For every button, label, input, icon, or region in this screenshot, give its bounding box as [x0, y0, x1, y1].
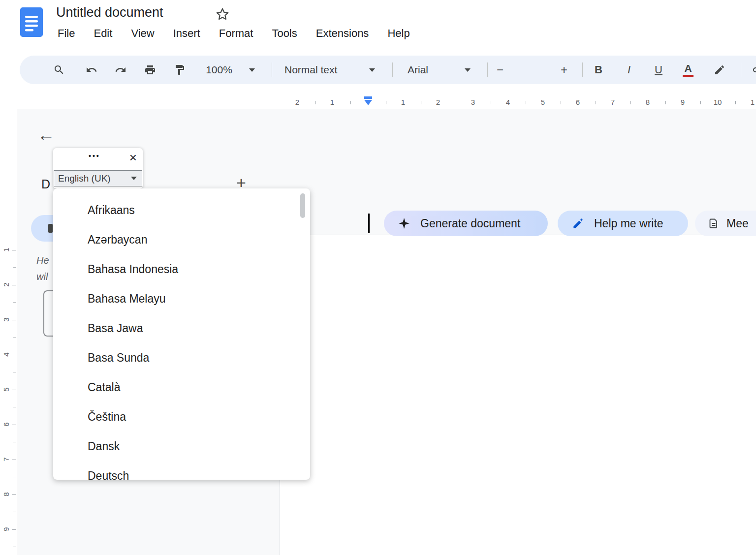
- ruler-tick: [12, 494, 16, 495]
- search-menus-button[interactable]: [49, 56, 69, 84]
- ruler-number: 5: [2, 386, 10, 394]
- language-option[interactable]: Bahasa Indonesia: [53, 254, 310, 284]
- ruler-tick: [350, 101, 351, 104]
- ruler-tick: [13, 302, 16, 303]
- print-icon: [144, 64, 156, 76]
- menu-extensions[interactable]: Extensions: [314, 26, 371, 41]
- redo-button[interactable]: [111, 56, 130, 84]
- zoom-caret[interactable]: [247, 56, 257, 84]
- decrease-font-size-button[interactable]: −: [492, 56, 508, 84]
- close-icon[interactable]: ×: [129, 150, 137, 165]
- menu-bar: FileEditViewInsertFormatToolsExtensionsH…: [56, 26, 412, 41]
- left-indent-marker[interactable]: [364, 100, 372, 105]
- underline-button[interactable]: U: [650, 56, 667, 84]
- more-options-icon[interactable]: •••: [89, 152, 100, 160]
- star-icon[interactable]: [215, 7, 230, 22]
- vertical-ruler[interactable]: 123456789: [0, 109, 17, 555]
- horizontal-ruler[interactable]: 21123456789101: [280, 96, 756, 109]
- ruler-number: 1: [328, 98, 337, 106]
- menu-insert[interactable]: Insert: [171, 26, 202, 41]
- insert-link-button[interactable]: [748, 56, 756, 84]
- language-option[interactable]: Català: [53, 372, 310, 402]
- language-option[interactable]: Afrikaans: [53, 195, 310, 225]
- redo-icon: [115, 64, 126, 76]
- ruler-tick: [12, 425, 16, 425]
- ruler-tick: [12, 529, 16, 530]
- menu-help[interactable]: Help: [385, 26, 411, 41]
- italic-button[interactable]: I: [620, 56, 638, 84]
- font-family-value: Arial: [408, 64, 428, 76]
- language-option[interactable]: Bahasa Melayu: [53, 284, 310, 313]
- toolbar-divider: [487, 62, 488, 77]
- chevron-down-icon: [369, 68, 375, 72]
- partial-chip[interactable]: [31, 215, 54, 242]
- ruler-number: 9: [2, 525, 10, 533]
- language-selector[interactable]: English (UK): [54, 170, 142, 186]
- font-family-select[interactable]: Arial: [405, 56, 459, 84]
- chip-icon-fragment: [48, 224, 53, 233]
- document-page[interactable]: [280, 235, 756, 555]
- language-option[interactable]: Deutsch: [53, 461, 310, 480]
- bold-button[interactable]: B: [590, 56, 607, 84]
- ruler-tick: [315, 101, 315, 104]
- undo-button[interactable]: [82, 56, 101, 84]
- menu-tools[interactable]: Tools: [270, 26, 299, 41]
- paint-format-button[interactable]: [170, 56, 189, 84]
- ruler-number: 6: [2, 421, 10, 429]
- toolbar-divider: [741, 62, 741, 77]
- ruler-number: 10: [713, 98, 722, 106]
- increase-font-size-button[interactable]: +: [556, 56, 572, 84]
- ruler-number: 6: [573, 98, 582, 106]
- language-option[interactable]: Basa Jawa: [53, 313, 310, 343]
- language-dropdown-menu: AfrikaansAzərbaycanBahasa IndonesiaBahas…: [53, 188, 310, 480]
- document-title[interactable]: Untitled document: [56, 5, 163, 20]
- chip-label: Help me write: [594, 217, 663, 230]
- language-option[interactable]: Azərbaycan: [53, 225, 310, 254]
- generate-document-chip[interactable]: Generate document: [384, 211, 548, 236]
- ruler-tick: [13, 512, 16, 512]
- paragraph-style-value: Normal text: [284, 64, 337, 76]
- paragraph-style-caret[interactable]: [367, 56, 377, 84]
- help-me-write-chip[interactable]: Help me write: [558, 211, 688, 236]
- font-family-caret[interactable]: [463, 56, 472, 84]
- text-color-button[interactable]: A: [679, 56, 697, 84]
- first-line-indent-marker[interactable]: [364, 96, 372, 99]
- language-option[interactable]: Dansk: [53, 432, 310, 461]
- ruler-tick: [561, 101, 561, 104]
- bold-label: B: [595, 63, 602, 76]
- ruler-number: 2: [293, 98, 302, 106]
- ruler-tick: [12, 390, 16, 390]
- undo-icon: [86, 64, 97, 76]
- ruler-number: 5: [538, 98, 547, 106]
- ruler-tick: [13, 267, 16, 268]
- highlight-color-button[interactable]: [710, 56, 729, 84]
- print-button[interactable]: [140, 56, 160, 84]
- meeting-notes-chip[interactable]: Mee: [695, 211, 756, 236]
- google-docs-logo-icon[interactable]: [20, 7, 43, 37]
- ruler-tick: [526, 101, 526, 104]
- ruler-number: 7: [608, 98, 617, 106]
- main-toolbar: 100% Normal text Arial − + B I U: [20, 56, 756, 84]
- ruler-number: 3: [2, 316, 10, 324]
- menu-edit[interactable]: Edit: [92, 26, 114, 41]
- menu-format[interactable]: Format: [217, 26, 255, 41]
- spark-icon: [398, 217, 410, 230]
- panel-hint-line-2: wil: [36, 271, 48, 282]
- underline-label: U: [655, 63, 662, 76]
- back-button[interactable]: ←: [37, 126, 55, 144]
- chevron-down-icon: [249, 68, 255, 72]
- ruler-tick: [13, 407, 16, 407]
- ruler-tick: [421, 101, 421, 104]
- ruler-tick: [12, 285, 16, 285]
- language-option[interactable]: Čeština: [53, 402, 310, 432]
- menu-view[interactable]: View: [129, 26, 156, 41]
- language-option[interactable]: Basa Sunda: [53, 343, 310, 372]
- ruler-tick: [456, 101, 456, 104]
- menu-file[interactable]: File: [56, 26, 77, 41]
- paragraph-style-select[interactable]: Normal text: [282, 56, 360, 84]
- scrollbar-thumb[interactable]: [300, 193, 305, 218]
- ruler-tick: [13, 547, 16, 547]
- ruler-tick: [700, 101, 701, 104]
- zoom-select[interactable]: 100%: [198, 56, 240, 84]
- language-popup: ••• × English (UK): [53, 148, 143, 188]
